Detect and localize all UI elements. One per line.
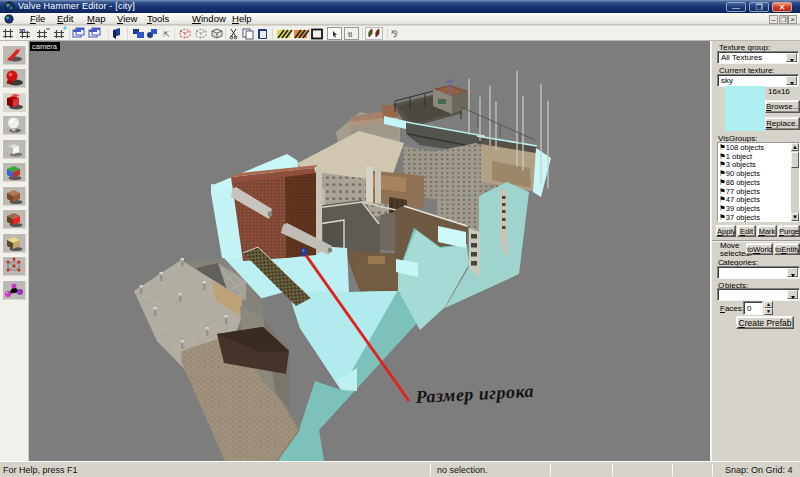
svg-text:tl: tl — [348, 30, 352, 39]
svg-text:⇱: ⇱ — [163, 30, 170, 39]
svg-text:3D: 3D — [19, 28, 26, 34]
svg-text:Размер игрока: Размер игрока — [414, 381, 534, 407]
svg-text:⅋: ⅋ — [391, 29, 398, 39]
